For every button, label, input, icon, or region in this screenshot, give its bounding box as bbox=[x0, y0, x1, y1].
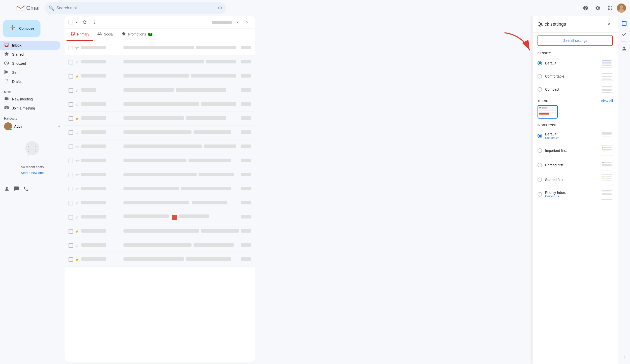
table-row[interactable]: ☆ bbox=[65, 83, 255, 97]
table-row[interactable]: ★ bbox=[65, 112, 255, 126]
table-row[interactable]: ★ bbox=[65, 224, 255, 238]
star-button[interactable]: ★ bbox=[75, 116, 79, 121]
contacts-icon[interactable] bbox=[619, 44, 629, 54]
star-button[interactable]: ☆ bbox=[75, 144, 79, 150]
avatar[interactable] bbox=[617, 4, 626, 13]
sidebar-item-starred[interactable]: Starred bbox=[0, 50, 60, 59]
more-options-button[interactable] bbox=[91, 18, 99, 26]
settings-button[interactable] bbox=[593, 3, 603, 13]
row-checkbox[interactable] bbox=[69, 159, 73, 163]
inbox-type-unread-option[interactable]: Unread first ✉ bbox=[532, 158, 618, 172]
row-checkbox[interactable] bbox=[69, 116, 73, 121]
menu-button[interactable] bbox=[4, 3, 14, 13]
row-checkbox[interactable] bbox=[69, 102, 73, 107]
row-checkbox[interactable] bbox=[69, 229, 73, 234]
refresh-button[interactable] bbox=[81, 18, 89, 26]
tab-social[interactable]: Social bbox=[93, 28, 117, 41]
inbox-type-priority-option[interactable]: Priority Inbox Customize bbox=[532, 187, 618, 202]
star-button[interactable]: ☆ bbox=[75, 102, 79, 107]
row-checkbox[interactable] bbox=[69, 173, 73, 177]
star-button[interactable]: ☆ bbox=[75, 45, 79, 51]
row-checkbox[interactable] bbox=[69, 215, 73, 220]
inbox-type-starred-radio[interactable] bbox=[538, 177, 542, 182]
star-button[interactable]: ☆ bbox=[75, 59, 79, 65]
add-hangout-button[interactable]: + bbox=[58, 124, 60, 129]
table-row[interactable]: ★ bbox=[65, 252, 255, 267]
inbox-type-important-radio[interactable] bbox=[538, 148, 542, 153]
star-button[interactable]: ☆ bbox=[75, 243, 79, 248]
inbox-type-default-option[interactable]: Default Customize bbox=[532, 129, 618, 143]
star-button[interactable]: ☆ bbox=[75, 88, 79, 93]
star-button[interactable]: ☆ bbox=[75, 130, 79, 135]
person-icon[interactable] bbox=[4, 186, 10, 193]
row-checkbox[interactable] bbox=[69, 243, 73, 248]
prev-page-button[interactable] bbox=[234, 18, 242, 26]
hangout-user[interactable]: Abby + bbox=[0, 121, 65, 131]
select-dropdown-button[interactable]: ▾ bbox=[74, 20, 79, 24]
inbox-type-starred-option[interactable]: Starred first ★ bbox=[532, 172, 618, 187]
density-default-radio[interactable] bbox=[538, 61, 542, 65]
table-row[interactable]: ☆ bbox=[65, 154, 255, 168]
sidebar-item-snoozed[interactable]: Snoozed bbox=[0, 59, 60, 68]
inbox-type-priority-radio[interactable] bbox=[538, 192, 542, 197]
star-button[interactable]: ☆ bbox=[75, 186, 79, 192]
tab-promotions[interactable]: Promotions 2 bbox=[117, 28, 156, 41]
search-input[interactable] bbox=[56, 6, 216, 10]
quick-settings-close-button[interactable]: × bbox=[605, 20, 613, 28]
table-row[interactable]: ☆ bbox=[65, 210, 255, 224]
select-all-checkbox[interactable] bbox=[69, 20, 73, 24]
table-row[interactable]: ☆ bbox=[65, 126, 255, 140]
density-comfortable-option[interactable]: Comfortable bbox=[532, 70, 618, 83]
add-app-button[interactable]: + bbox=[619, 352, 629, 362]
apps-button[interactable] bbox=[605, 3, 615, 13]
inbox-type-important-option[interactable]: Important first ▶ bbox=[532, 143, 618, 158]
tab-primary[interactable]: Primary bbox=[67, 28, 93, 41]
density-comfortable-radio[interactable] bbox=[538, 74, 542, 79]
chat-icon[interactable] bbox=[14, 186, 19, 193]
table-row[interactable]: ☆ bbox=[65, 168, 255, 182]
table-row[interactable]: ☆ bbox=[65, 182, 255, 196]
row-checkbox[interactable] bbox=[69, 130, 73, 135]
sidebar-item-inbox[interactable]: Inbox bbox=[0, 41, 60, 50]
table-row[interactable]: ☆ bbox=[65, 196, 255, 210]
star-button[interactable]: ☆ bbox=[75, 200, 79, 206]
next-page-button[interactable] bbox=[243, 18, 251, 26]
inbox-type-unread-radio[interactable] bbox=[538, 163, 542, 167]
sidebar-item-new-meeting[interactable]: New meeting bbox=[0, 95, 60, 104]
search-bar[interactable]: 🔍 ⚙ bbox=[45, 2, 226, 14]
row-checkbox[interactable] bbox=[69, 74, 73, 79]
density-compact-radio[interactable] bbox=[538, 87, 542, 92]
compose-button[interactable]: Compose bbox=[3, 20, 40, 37]
table-row[interactable]: ☆ bbox=[65, 140, 255, 154]
row-checkbox[interactable] bbox=[69, 201, 73, 205]
star-button[interactable]: ☆ bbox=[75, 214, 79, 220]
see-all-settings-button[interactable]: See all settings bbox=[538, 35, 613, 46]
density-default-option[interactable]: Default bbox=[532, 57, 618, 70]
theme-preview-default[interactable]: M Gmail bbox=[538, 105, 558, 119]
row-checkbox[interactable] bbox=[69, 46, 73, 50]
help-button[interactable] bbox=[581, 3, 591, 13]
table-row[interactable]: ☆ bbox=[65, 41, 255, 55]
phone-icon[interactable] bbox=[23, 186, 29, 193]
table-row[interactable]: ☆ bbox=[65, 97, 255, 112]
table-row[interactable]: ☆ bbox=[65, 55, 255, 69]
row-checkbox[interactable] bbox=[69, 257, 73, 262]
star-button[interactable]: ☆ bbox=[75, 158, 79, 164]
table-row[interactable]: ☆ bbox=[65, 238, 255, 252]
sidebar-item-join-meeting[interactable]: Join a meeting bbox=[0, 104, 60, 113]
row-checkbox[interactable] bbox=[69, 88, 73, 93]
row-checkbox[interactable] bbox=[69, 187, 73, 191]
sidebar-item-drafts[interactable]: Drafts bbox=[0, 77, 60, 86]
view-all-themes-link[interactable]: View all bbox=[601, 99, 613, 103]
star-button[interactable]: ★ bbox=[75, 257, 79, 262]
tasks-icon[interactable] bbox=[619, 29, 629, 39]
table-row[interactable]: ★ bbox=[65, 69, 255, 83]
star-button[interactable]: ★ bbox=[75, 229, 79, 234]
calendar-icon[interactable] bbox=[619, 18, 629, 28]
row-checkbox[interactable] bbox=[69, 144, 73, 149]
star-button[interactable]: ★ bbox=[75, 74, 79, 79]
start-new-chat-link[interactable]: Start a new one bbox=[21, 171, 44, 175]
sidebar-item-sent[interactable]: Sent bbox=[0, 68, 60, 77]
density-compact-option[interactable]: Compact bbox=[532, 83, 618, 96]
inbox-type-default-radio[interactable] bbox=[538, 134, 542, 138]
